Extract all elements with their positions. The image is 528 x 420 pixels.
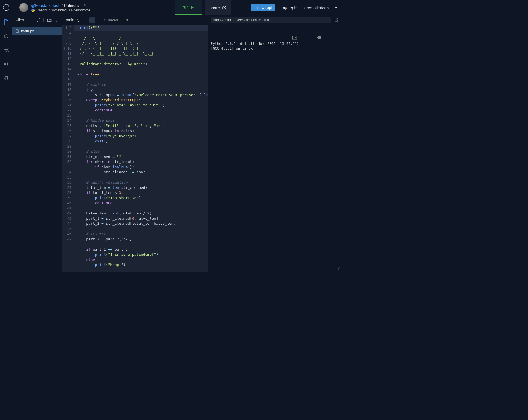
code-line[interactable]: print("Too short!\n") — [77, 196, 208, 201]
code-line[interactable]: print("Bye bye!\n") — [77, 134, 208, 139]
output-panel: Python 3.6.1 (default, Dec 2015, 13:05:1… — [208, 15, 341, 272]
refresh-icon: ↻ — [103, 18, 106, 22]
code-line[interactable] — [77, 226, 208, 232]
files-header: Files + | + ⋮ — [12, 15, 62, 25]
svg-point-2 — [4, 49, 6, 50]
code-line[interactable]: print("This is a palindome!") — [77, 252, 208, 257]
editor-tabs: main.py ↻ saved ▾ — [62, 15, 208, 25]
code-line[interactable]: Palindrome detector - by Kz""") — [77, 62, 208, 67]
share-icon — [222, 6, 226, 10]
layout-icon[interactable] — [89, 17, 95, 23]
new-folder-icon[interactable]: + — [47, 18, 52, 22]
replit-logo[interactable] — [0, 0, 12, 15]
rail-files-icon[interactable] — [2, 18, 10, 26]
edit-icon[interactable]: ✎ — [84, 3, 87, 8]
code-line[interactable]: exit() — [77, 139, 208, 144]
code-line[interactable]: if str_input in exits: — [77, 128, 208, 134]
repl-name: Palindra — [64, 3, 79, 8]
my-repls-link[interactable]: my repls — [282, 5, 297, 10]
code-line[interactable] — [77, 242, 208, 247]
code-editor[interactable]: 1 2 3 4 5 6 7 8 9 10 11 12 13 14 15 16 1… — [62, 25, 208, 272]
svg-text:+: + — [37, 20, 38, 22]
code-line[interactable]: while True: — [77, 72, 208, 77]
open-external-icon[interactable] — [334, 18, 338, 22]
rail-packages-icon[interactable] — [2, 32, 10, 40]
code-line[interactable]: part_2 = part_2[::-1] — [77, 237, 208, 242]
code-line[interactable]: / ,_/ (_|| || ||(_| || (_| — [77, 46, 208, 51]
code-line[interactable] — [77, 67, 208, 72]
separator-slash: / — [62, 3, 63, 8]
code-line[interactable]: str_cleaned = "" — [77, 154, 208, 160]
files-header-label: Files — [16, 18, 24, 22]
svg-text:+: + — [8, 48, 9, 50]
code-line[interactable]: if char.isalnum(): — [77, 165, 208, 170]
code-line[interactable]: # handle exit — [77, 118, 208, 123]
avatar[interactable] — [19, 3, 28, 12]
code-line[interactable]: part_1 = str_cleaned[0:halve_len] — [77, 216, 208, 221]
svg-rect-6 — [7, 63, 8, 66]
code-line[interactable]: print("Noop.") — [77, 262, 208, 268]
svg-line-1 — [224, 6, 226, 8]
help-icon[interactable]: ? — [337, 266, 340, 270]
svg-point-3 — [6, 49, 8, 50]
code-line[interactable]: continue — [77, 108, 208, 113]
code-line[interactable]: # reverse — [77, 231, 208, 237]
files-panel: Files + | + ⋮ main.py — [12, 15, 62, 272]
user-handle-link[interactable]: @keestalkstech — [31, 3, 60, 8]
top-header: @keestalkstech/Palindra ✎ Checks if some… — [0, 0, 341, 15]
code-line[interactable]: # clean — [77, 149, 208, 154]
code-line[interactable]: # lenght validation — [77, 180, 208, 185]
code-line[interactable]: if total_len < 3: — [77, 190, 208, 196]
code-line[interactable]: /,_/ _\ |_ ||_\ / \ |_\ _\ — [77, 41, 208, 46]
code-line[interactable]: except KeyboardInterrupt: — [77, 97, 208, 103]
code-line[interactable]: str_cleaned += char — [77, 170, 208, 175]
file-item-main[interactable]: main.py — [12, 27, 62, 35]
code-line[interactable] — [77, 175, 208, 180]
rail-multiplayer-icon[interactable]: + — [2, 46, 10, 54]
terminal-clear-icon[interactable] — [317, 26, 338, 49]
terminal-output[interactable]: Python 3.6.1 (default, Dec 2015, 13:05:1… — [208, 25, 341, 272]
code-line[interactable]: # capture — [77, 82, 208, 87]
code-line[interactable]: exits = ["exit", "quit", ":q", ":e"] — [77, 123, 208, 129]
code-line[interactable]: __ — [77, 31, 208, 36]
code-line[interactable]: / _ \ _ .__ /._ _ — [77, 36, 208, 41]
code-line[interactable]: for char in str_input: — [77, 159, 208, 165]
user-menu[interactable]: keestalkstech ... ▾ — [303, 5, 337, 10]
share-button[interactable]: share — [205, 0, 231, 15]
file-icon — [16, 29, 19, 33]
more-icon[interactable]: ⋮ — [54, 18, 58, 22]
file-name-label: main.py — [21, 29, 34, 33]
editor-tab-main[interactable]: main.py — [66, 18, 79, 22]
rail-settings-icon[interactable] — [2, 74, 10, 82]
svg-text:+: + — [47, 20, 49, 22]
code-line[interactable]: continue — [77, 201, 208, 206]
code-line[interactable]: part_2 = str_cleaned[total_len-halve_len… — [77, 221, 208, 226]
code-line[interactable]: halve_len = int(total_len / 2) — [77, 211, 208, 216]
url-input[interactable] — [211, 17, 331, 23]
code-line[interactable]: print(r""" — [74, 25, 208, 31]
terminal-expand-icon[interactable] — [292, 26, 314, 49]
code-line[interactable] — [77, 77, 208, 82]
code-line[interactable]: else: — [77, 257, 208, 263]
chevron-down-icon: ▾ — [335, 5, 337, 10]
run-button[interactable]: run ▶ — [175, 0, 202, 15]
code-line[interactable] — [77, 56, 208, 62]
editor-panel: main.py ↻ saved ▾ 1 2 3 4 5 6 7 8 9 10 1… — [62, 15, 208, 272]
code-line[interactable]: try: — [77, 87, 208, 92]
code-line[interactable]: total_len = len(str_cleaned) — [77, 185, 208, 191]
terminal-prompt: ▸ — [223, 56, 226, 60]
code-line[interactable] — [77, 144, 208, 149]
chevron-down-icon[interactable]: ▾ — [126, 18, 128, 22]
python-icon — [31, 8, 35, 12]
code-line[interactable]: if part_1 == part_2: — [77, 247, 208, 252]
code-line[interactable]: \/ \_,_|_.|_|_||_|\_,_|_| \_,_| — [77, 51, 208, 57]
code-line[interactable] — [77, 206, 208, 211]
new-repl-button[interactable]: + new repl — [251, 4, 275, 11]
new-file-icon[interactable]: + — [37, 18, 40, 22]
code-content[interactable]: print(r""" __ / _ \ _ .__ /._ _ /,_/ _\ … — [74, 25, 208, 272]
repl-info: @keestalkstech/Palindra ✎ Checks if some… — [31, 3, 91, 12]
rail-debugger-icon[interactable] — [2, 60, 10, 68]
code-line[interactable]: str_input = input("\nPlease enter your p… — [77, 92, 208, 98]
code-line[interactable]: print("\nEnter 'exit' to quit.") — [77, 103, 208, 108]
code-line[interactable] — [77, 113, 208, 118]
